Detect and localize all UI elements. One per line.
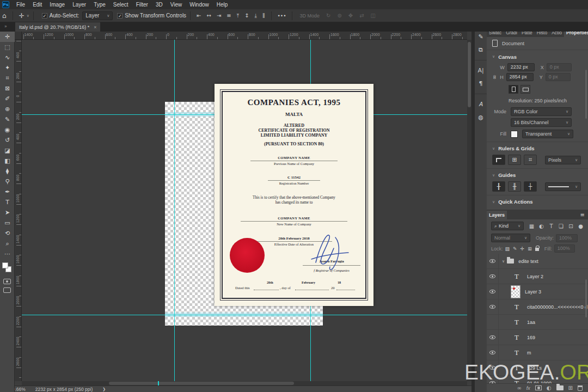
layer-row[interactable]: Layer 3 xyxy=(487,284,588,299)
collapse-toolbar-icon[interactable]: » xyxy=(4,24,7,29)
guide-layout-button[interactable]: ┼ xyxy=(524,181,537,192)
lock-image-pixels-icon[interactable]: ✎ xyxy=(513,246,517,252)
frame-tool[interactable]: ⊠ xyxy=(0,83,15,94)
align-left-edges-icon[interactable]: ⇤ xyxy=(197,13,201,19)
paragraph-panel[interactable]: ¶ xyxy=(475,77,487,90)
rulers-grids-section-header[interactable]: Rulers & Grids xyxy=(498,145,535,151)
new-layer-icon[interactable]: ⊞ xyxy=(568,385,573,391)
section-chevron-icon[interactable]: ∨ xyxy=(492,173,495,177)
layer-row[interactable]: ∨edite text xyxy=(487,254,588,269)
path-selection-tool[interactable]: ➤ xyxy=(0,207,15,218)
character-panel[interactable]: A| xyxy=(475,64,487,77)
lasso-tool[interactable]: ∿ xyxy=(0,52,15,63)
new-group-icon[interactable] xyxy=(556,385,564,390)
section-chevron-icon[interactable]: ∨ xyxy=(492,146,495,151)
align-vertical-centers-icon[interactable]: ↕ xyxy=(244,13,249,19)
filter-shape-layers-icon[interactable]: ❏ xyxy=(557,223,565,229)
menu-edit[interactable]: Edit xyxy=(29,1,46,9)
fill-dropdown[interactable]: Transparent ∨ xyxy=(522,130,573,138)
layer-visibility-cell[interactable] xyxy=(487,315,499,330)
distribute-horizontal-icon[interactable]: ≡ xyxy=(226,13,231,19)
status-arrow-icon[interactable]: ❯ xyxy=(102,387,106,391)
layer-effects-icon[interactable]: fx xyxy=(526,385,530,391)
portrait-orientation-button[interactable] xyxy=(509,85,518,94)
brush-tool[interactable]: ✎ xyxy=(0,114,15,125)
filter-toggle-icon[interactable]: ● xyxy=(577,223,585,229)
lock-position-icon[interactable]: ✛ xyxy=(520,246,525,252)
align-bottom-edges-icon[interactable]: ⤓ xyxy=(255,13,257,19)
pen-tool[interactable]: ✒ xyxy=(0,187,15,197)
show-transform-checkbox[interactable]: ✓ xyxy=(117,13,122,19)
quick-actions-section-header[interactable]: Quick Actions xyxy=(498,199,533,205)
shape-tool[interactable]: ▭ xyxy=(0,218,15,228)
section-chevron-icon[interactable]: ∨ xyxy=(492,200,495,204)
guide-horizontal[interactable] xyxy=(22,315,467,315)
guide-vertical[interactable] xyxy=(174,40,175,381)
move-tool-icon[interactable]: ✛ xyxy=(17,12,27,20)
zoom-tool[interactable]: ⌕ xyxy=(0,238,15,249)
layer-filter-kind-dropdown[interactable]: ⌕ Kind ∨ xyxy=(491,222,524,230)
link-dimensions-icon[interactable]: ∞ xyxy=(491,75,498,79)
opacity-field[interactable]: 100% xyxy=(556,234,578,242)
bit-depth-dropdown[interactable]: 16 Bits/Channel ∨ xyxy=(511,118,572,127)
align-right-edges-icon[interactable]: ⇥ xyxy=(217,13,221,19)
fill-swatch[interactable] xyxy=(511,131,518,138)
menu-file[interactable]: File xyxy=(13,1,29,9)
group-chevron-icon[interactable]: ∨ xyxy=(502,259,505,264)
menu-window[interactable]: Window xyxy=(186,1,213,9)
certificate-document[interactable]: COMPANIES ACT, 1995 MALTA ALTERED CERTIF… xyxy=(215,84,373,306)
layer-row[interactable]: Tcita0000000...<<<<<<<<0 d xyxy=(487,299,588,315)
history-brush-tool[interactable]: ↺ xyxy=(0,135,15,145)
delete-layer-icon[interactable] xyxy=(578,385,583,391)
layer-visibility-cell[interactable] xyxy=(487,299,499,315)
layer-row[interactable]: T169 xyxy=(487,330,588,345)
ruler-units-dropdown[interactable]: Pixels ∨ xyxy=(545,156,581,164)
layer-row[interactable]: Tm xyxy=(487,345,588,360)
toggle-rulers-button[interactable] xyxy=(492,155,505,165)
lock-all-icon[interactable] xyxy=(535,248,539,251)
rotate-view-tool[interactable]: ⟲ xyxy=(0,228,15,238)
object-selection-tool[interactable]: ✦ xyxy=(0,63,15,73)
toggle-pixel-grid-button[interactable]: ⌗ xyxy=(524,155,537,165)
adjustment-layer-icon[interactable]: ◐ xyxy=(547,385,552,391)
menu-select[interactable]: Select xyxy=(109,1,132,9)
auto-select-checkbox[interactable]: ✓ xyxy=(42,13,47,19)
brush-settings[interactable]: ✎ xyxy=(475,30,487,43)
gradient-tool[interactable]: ◧ xyxy=(0,156,15,166)
section-chevron-icon[interactable]: ∨ xyxy=(492,54,495,59)
marquee-tool[interactable]: ⬚ xyxy=(0,42,15,52)
menu-layer[interactable]: Layer xyxy=(69,1,90,9)
filter-pixel-layers-icon[interactable]: ▦ xyxy=(528,223,536,229)
3d-panel[interactable]: ◍ xyxy=(475,111,487,124)
lock-artboard-icon[interactable]: ⊞ xyxy=(528,246,532,252)
properties-scrollbar[interactable] xyxy=(585,70,587,119)
vertical-ruler[interactable]: 6004002000200400600800100012001400160018… xyxy=(15,40,22,381)
layer-row[interactable]: T1aa xyxy=(487,315,588,330)
eraser-tool[interactable]: ◪ xyxy=(0,145,15,156)
healing-brush-tool[interactable]: ⊕ xyxy=(0,104,15,114)
horizontal-scrollbar[interactable] xyxy=(22,381,467,385)
guides-section-header[interactable]: Guides xyxy=(498,172,516,178)
menu-image[interactable]: Image xyxy=(46,1,69,9)
glyphs-panel[interactable]: 𝐴 xyxy=(475,97,487,111)
height-field[interactable]: 2854 px xyxy=(506,73,534,81)
screen-mode-icon[interactable] xyxy=(3,287,11,293)
lock-guides-button[interactable]: ╫ xyxy=(508,181,521,192)
move-tool[interactable]: ✛ xyxy=(0,32,15,42)
clone-stamp-tool[interactable]: ◉ xyxy=(0,125,15,135)
canvas-section-header[interactable]: Canvas xyxy=(498,54,517,60)
crop-tool[interactable]: ⌗ xyxy=(0,73,15,83)
blur-tool[interactable]: ⧫ xyxy=(0,166,15,176)
filter-type-layers-icon[interactable]: T xyxy=(547,223,555,229)
layer-visibility-cell[interactable] xyxy=(487,254,499,269)
quick-mask-icon[interactable] xyxy=(3,279,11,284)
auto-select-target-dropdown[interactable]: Layer ∨ xyxy=(82,11,113,20)
menu-type[interactable]: Type xyxy=(90,1,109,9)
distribute-vertical-icon[interactable]: ⫼ xyxy=(262,13,265,19)
align-top-edges-icon[interactable]: ⤒ xyxy=(237,13,239,19)
width-field[interactable]: 2232 px xyxy=(507,63,535,71)
clone-source[interactable]: ⧉ xyxy=(475,43,487,56)
menu-3d[interactable]: 3D xyxy=(152,1,167,9)
chevron-down-icon[interactable]: ∨ xyxy=(27,14,29,18)
layer-row[interactable]: TLayer 2 xyxy=(487,269,588,284)
